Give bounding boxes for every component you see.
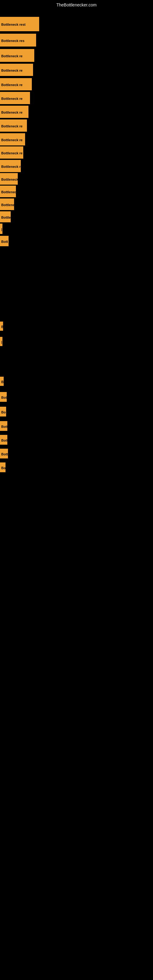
bottleneck-bar: Bottl <box>0 435 7 445</box>
bottleneck-bar: Bottleneck <box>0 173 18 185</box>
bottleneck-bar: Bottleneck re <box>0 64 33 76</box>
bottleneck-bar: Bottleneck re <box>0 133 25 145</box>
bottleneck-bar: B <box>0 377 4 386</box>
bottleneck-bar: Bott <box>0 392 7 402</box>
bottleneck-bar: Bottle <box>0 211 11 222</box>
bottleneck-bar: Bottleneck re <box>0 92 30 104</box>
bottleneck-bar: Bottleneck re <box>0 78 32 90</box>
bottleneck-bar: Bottleneck re <box>0 119 27 132</box>
bottleneck-bar: Bo <box>0 407 6 417</box>
bottleneck-bar: Bottleneck res <box>0 34 36 46</box>
bottleneck-bar: Bottleneck <box>0 186 16 197</box>
bottleneck-bar: Bottleneck r <box>0 160 21 172</box>
bottleneck-bar: B <box>0 321 3 331</box>
bottleneck-bar: | <box>0 224 2 234</box>
bottleneck-bar: Bott <box>0 421 7 431</box>
site-title: TheBottlenecker.com <box>0 0 153 10</box>
bottleneck-bar: Bottleneck re <box>0 106 29 118</box>
bottleneck-bar: Bottleneck re <box>0 49 34 62</box>
bottleneck-bar: Bottle <box>0 449 8 458</box>
bottleneck-bar: Bo <box>0 463 5 472</box>
bottleneck-bar: Bottleneck <box>0 199 14 210</box>
bottleneck-bar: Bott <box>0 236 9 246</box>
bottleneck-bar: Bottleneck re <box>0 146 23 159</box>
bottleneck-bar: Bottleneck rest <box>0 17 39 31</box>
bottleneck-bar: | <box>0 337 2 346</box>
